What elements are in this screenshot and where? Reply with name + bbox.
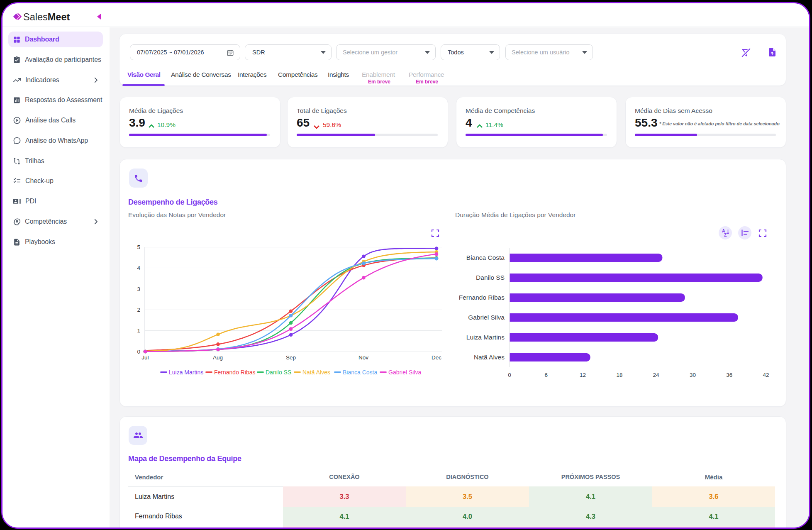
svg-text:1: 1 <box>137 327 140 334</box>
svg-text:Natã Alves: Natã Alves <box>474 354 505 361</box>
svg-text:Gabriel Silva: Gabriel Silva <box>468 314 505 321</box>
svg-text:Fernando Ribas: Fernando Ribas <box>214 369 256 376</box>
svg-text:Fernando Ribas: Fernando Ribas <box>459 294 505 301</box>
svg-text:42: 42 <box>763 372 769 378</box>
svg-text:18: 18 <box>616 372 622 378</box>
svg-text:Gabriel Silva: Gabriel Silva <box>388 369 422 376</box>
svg-text:12: 12 <box>580 372 586 378</box>
svg-text:Dec: Dec <box>432 354 441 361</box>
svg-text:Bianca Costa: Bianca Costa <box>343 369 377 376</box>
svg-text:Luiza Martins: Luiza Martins <box>466 334 505 341</box>
svg-text:Z: Z <box>724 232 727 237</box>
svg-text:4: 4 <box>137 265 140 271</box>
svg-text:Aug: Aug <box>213 354 223 361</box>
svg-text:Jul: Jul <box>141 354 149 361</box>
svg-text:Luiza Martins: Luiza Martins <box>169 369 203 376</box>
svg-text:36: 36 <box>726 372 732 378</box>
svg-text:Natã Alves: Natã Alves <box>302 369 330 376</box>
svg-text:Sep: Sep <box>286 354 296 361</box>
svg-text:0: 0 <box>508 372 511 378</box>
svg-text:Danilo SS: Danilo SS <box>266 369 291 376</box>
svg-text:Danilo SS: Danilo SS <box>476 274 505 281</box>
svg-text:2: 2 <box>137 307 140 313</box>
svg-text:5: 5 <box>137 244 140 250</box>
svg-text:30: 30 <box>690 372 696 378</box>
svg-text:24: 24 <box>653 372 660 378</box>
svg-text:Bianca Costa: Bianca Costa <box>466 254 505 261</box>
svg-text:6: 6 <box>545 372 548 378</box>
svg-text:3: 3 <box>137 286 140 292</box>
svg-text:0: 0 <box>137 349 140 355</box>
svg-text:Nov: Nov <box>358 354 368 361</box>
